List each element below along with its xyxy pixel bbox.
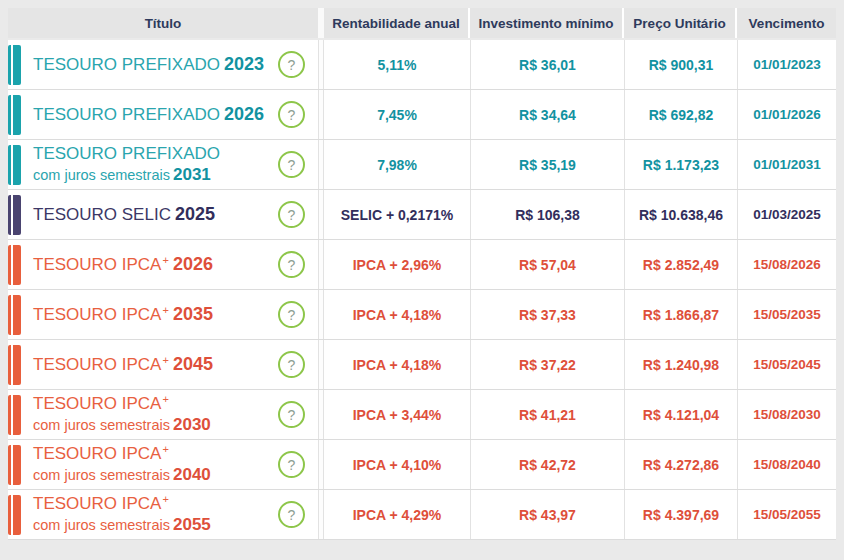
table-header-row: Título Rentabilidade anual Investimento …: [8, 8, 836, 38]
bond-name: TESOURO IPCA: [33, 305, 161, 324]
help-button[interactable]: ?: [278, 251, 305, 278]
annual-rate-cell: IPCA + 4,29%: [324, 490, 470, 539]
bond-row: TESOURO PREFIXADOcom juros semestrais203…: [8, 140, 836, 190]
column-header-preco-unitario: Preço Unitário: [624, 8, 737, 38]
unit-price-cell: R$ 4.121,04: [624, 390, 737, 439]
bond-name: TESOURO PREFIXADO: [33, 105, 220, 124]
bond-color-bar: [8, 195, 21, 235]
unit-price-cell: R$ 1.240,98: [624, 340, 737, 389]
annual-rate-cell: 7,98%: [324, 140, 470, 189]
question-mark-icon: ?: [288, 408, 296, 422]
unit-price-cell: R$ 4.397,69: [624, 490, 737, 539]
plus-superscript: +: [162, 443, 168, 455]
bond-row: TESOURO IPCA+com juros semestrais2030?IP…: [8, 390, 836, 440]
bond-name: TESOURO IPCA: [33, 494, 161, 513]
bond-title-link[interactable]: TESOURO IPCA+com juros semestrais2055: [33, 494, 211, 534]
question-mark-icon: ?: [288, 358, 296, 372]
bond-year: 2023: [224, 54, 264, 74]
bond-year: 2035: [173, 304, 213, 324]
help-button[interactable]: ?: [278, 151, 305, 178]
bond-name: TESOURO IPCA: [33, 394, 161, 413]
bond-subtitle-text: com juros semestrais: [33, 417, 170, 433]
help-button[interactable]: ?: [278, 501, 305, 528]
unit-price-cell: R$ 692,82: [624, 90, 737, 139]
plus-superscript: +: [162, 254, 168, 266]
bond-subtitle-text: com juros semestrais: [33, 517, 170, 533]
min-investment-cell: R$ 42,72: [470, 440, 624, 489]
due-date-cell: 01/01/2031: [737, 140, 836, 189]
bond-color-bar: [8, 95, 21, 135]
bond-name: TESOURO IPCA: [33, 255, 161, 274]
unit-price-cell: R$ 1.173,23: [624, 140, 737, 189]
due-date-cell: 01/01/2023: [737, 40, 836, 89]
bond-title-link[interactable]: TESOURO PREFIXADOcom juros semestrais203…: [33, 144, 220, 184]
bond-year: 2031: [173, 165, 211, 184]
column-header-vencimento: Vencimento: [737, 8, 836, 38]
bond-table: Título Rentabilidade anual Investimento …: [8, 8, 836, 540]
bond-title-link[interactable]: TESOURO SELIC2025: [33, 204, 215, 225]
bond-title-link[interactable]: TESOURO PREFIXADO2023: [33, 54, 264, 75]
bond-subtitle: com juros semestrais2031: [33, 165, 220, 185]
bond-name: TESOURO SELIC: [33, 205, 171, 224]
titulo-cell: TESOURO PREFIXADOcom juros semestrais203…: [8, 140, 318, 189]
annual-rate-cell: IPCA + 4,18%: [324, 340, 470, 389]
unit-price-cell: R$ 4.272,86: [624, 440, 737, 489]
bond-color-bar: [8, 145, 21, 185]
bond-title-link[interactable]: TESOURO IPCA+2045: [33, 354, 213, 375]
bond-title: TESOURO PREFIXADO: [33, 144, 220, 164]
help-button[interactable]: ?: [278, 201, 305, 228]
bond-title-link[interactable]: TESOURO IPCA+2035: [33, 304, 213, 325]
annual-rate-cell: IPCA + 2,96%: [324, 240, 470, 289]
help-button[interactable]: ?: [278, 51, 305, 78]
bond-row: TESOURO IPCA+com juros semestrais2055?IP…: [8, 490, 836, 540]
bond-year: 2055: [173, 515, 211, 534]
due-date-cell: 15/08/2040: [737, 440, 836, 489]
bond-name: TESOURO PREFIXADO: [33, 55, 220, 74]
plus-superscript: +: [162, 354, 168, 366]
titulo-cell: TESOURO IPCA+com juros semestrais2040?: [8, 440, 318, 489]
bond-title: TESOURO SELIC2025: [33, 204, 215, 225]
bond-title: TESOURO IPCA+: [33, 494, 211, 514]
titulo-cell: TESOURO IPCA+2026?: [8, 240, 318, 289]
bond-year: 2040: [173, 465, 211, 484]
due-date-cell: 01/03/2025: [737, 190, 836, 239]
bond-name: TESOURO IPCA: [33, 355, 161, 374]
question-mark-icon: ?: [288, 508, 296, 522]
question-mark-icon: ?: [288, 258, 296, 272]
annual-rate-cell: 7,45%: [324, 90, 470, 139]
help-button[interactable]: ?: [278, 451, 305, 478]
bond-color-bar: [8, 345, 21, 385]
bond-rows: TESOURO PREFIXADO2023?5,11%R$ 36,01R$ 90…: [8, 40, 836, 540]
column-header-investimento-minimo: Investimento mínimo: [470, 8, 624, 38]
bond-year: 2030: [173, 415, 211, 434]
bond-title-link[interactable]: TESOURO IPCA+2026: [33, 254, 213, 275]
titulo-cell: TESOURO IPCA+com juros semestrais2030?: [8, 390, 318, 439]
bond-row: TESOURO IPCA+2035?IPCA + 4,18%R$ 37,33R$…: [8, 290, 836, 340]
bond-year: 2025: [175, 204, 215, 224]
min-investment-cell: R$ 36,01: [470, 40, 624, 89]
bond-color-bar: [8, 445, 21, 485]
bond-year: 2026: [173, 254, 213, 274]
bond-title-link[interactable]: TESOURO IPCA+com juros semestrais2040: [33, 444, 211, 484]
min-investment-cell: R$ 35,19: [470, 140, 624, 189]
question-mark-icon: ?: [288, 158, 296, 172]
help-button[interactable]: ?: [278, 401, 305, 428]
bond-title: TESOURO IPCA+2026: [33, 254, 213, 275]
bond-title-link[interactable]: TESOURO IPCA+com juros semestrais2030: [33, 394, 211, 434]
titulo-cell: TESOURO PREFIXADO2026?: [8, 90, 318, 139]
question-mark-icon: ?: [288, 58, 296, 72]
unit-price-cell: R$ 1.866,87: [624, 290, 737, 339]
help-button[interactable]: ?: [278, 351, 305, 378]
due-date-cell: 15/05/2045: [737, 340, 836, 389]
min-investment-cell: R$ 43,97: [470, 490, 624, 539]
due-date-cell: 01/01/2026: [737, 90, 836, 139]
bond-title-link[interactable]: TESOURO PREFIXADO2026: [33, 104, 264, 125]
bond-title: TESOURO PREFIXADO2023: [33, 54, 264, 75]
help-button[interactable]: ?: [278, 301, 305, 328]
bond-color-bar: [8, 245, 21, 285]
help-button[interactable]: ?: [278, 101, 305, 128]
plus-superscript: +: [162, 393, 168, 405]
bond-row: TESOURO PREFIXADO2026?7,45%R$ 34,64R$ 69…: [8, 90, 836, 140]
min-investment-cell: R$ 106,38: [470, 190, 624, 239]
due-date-cell: 15/08/2030: [737, 390, 836, 439]
